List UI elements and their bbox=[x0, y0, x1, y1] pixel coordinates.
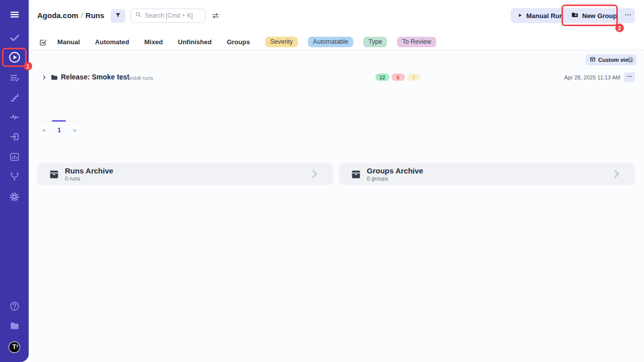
archive-box-icon bbox=[49, 169, 59, 179]
activity-icon bbox=[9, 112, 20, 123]
table-icon bbox=[590, 56, 596, 63]
sidebar-item-projects[interactable] bbox=[0, 319, 29, 333]
group-folder-icon bbox=[50, 73, 58, 81]
runs-archive-card[interactable]: Runs Archive 0 runs bbox=[37, 163, 333, 185]
sidebar-item-settings[interactable] bbox=[0, 190, 29, 204]
chevron-right-icon bbox=[611, 168, 622, 179]
run-group-row[interactable]: Release: Smoke test 17 tests 4 runs 12 5… bbox=[29, 70, 644, 84]
adjustments-icon[interactable] bbox=[211, 12, 220, 22]
main-content: Agoda.com/Runs Manual Run N bbox=[29, 0, 644, 362]
runs-archive-count: 0 runs bbox=[65, 175, 80, 182]
sidebar-item-help[interactable] bbox=[0, 299, 29, 313]
run-group-runs-count: 4 runs bbox=[138, 75, 153, 81]
expand-chevron-icon[interactable] bbox=[41, 74, 47, 80]
ellipsis-icon bbox=[626, 73, 632, 81]
run-group-name[interactable]: Release: Smoke test bbox=[61, 73, 129, 81]
new-group-label: New Group bbox=[582, 12, 617, 20]
tab-mixed[interactable]: Mixed bbox=[144, 38, 163, 46]
breadcrumb-separator: / bbox=[78, 11, 86, 20]
search-box[interactable] bbox=[130, 9, 206, 23]
active-page-indicator bbox=[52, 120, 66, 122]
tab-automated[interactable]: Automated bbox=[95, 38, 129, 46]
tab-groups[interactable]: Groups bbox=[227, 38, 250, 46]
breadcrumb-project[interactable]: Agoda.com bbox=[37, 11, 78, 20]
help-icon bbox=[9, 301, 20, 312]
header-more-button[interactable] bbox=[621, 8, 635, 23]
pagination-next[interactable]: » bbox=[73, 127, 76, 134]
new-group-button[interactable]: New Group bbox=[565, 8, 623, 23]
chevron-right-icon bbox=[309, 168, 320, 179]
ellipsis-icon bbox=[624, 11, 632, 20]
play-icon bbox=[517, 12, 523, 20]
filter-button[interactable] bbox=[111, 9, 125, 23]
select-all-icon[interactable] bbox=[39, 38, 48, 47]
pagination-page-1[interactable]: 1 bbox=[57, 126, 61, 134]
play-circle-icon bbox=[8, 51, 21, 64]
failed-count-badge: 5 bbox=[391, 73, 405, 81]
pill-to-review[interactable]: To Review bbox=[397, 37, 436, 47]
steps-icon bbox=[9, 92, 20, 103]
sidebar-item-reports[interactable] bbox=[0, 150, 29, 164]
filter-pills: Severity Automatable Type To Review bbox=[265, 37, 436, 47]
sidebar-item-test-cases[interactable] bbox=[0, 31, 29, 45]
groups-archive-title: Groups Archive bbox=[367, 166, 423, 175]
breadcrumb: Agoda.com/Runs bbox=[37, 11, 104, 20]
groups-archive-count: 0 groups bbox=[367, 175, 388, 182]
pill-automatable[interactable]: Automatable bbox=[308, 37, 353, 47]
pill-type[interactable]: Type bbox=[363, 37, 387, 47]
sidebar-item-defects[interactable] bbox=[0, 110, 29, 124]
fork-icon bbox=[9, 171, 20, 182]
pill-severity[interactable]: Severity bbox=[265, 37, 298, 47]
folder-plus-icon bbox=[571, 11, 579, 20]
sidebar-avatar-button[interactable]: T bbox=[0, 340, 29, 354]
breadcrumb-page: Runs bbox=[86, 11, 105, 20]
top-bar: Agoda.com/Runs Manual Run N bbox=[29, 0, 644, 50]
manual-run-label: Manual Run bbox=[526, 12, 564, 20]
search-icon bbox=[135, 11, 142, 20]
sidebar-item-milestones[interactable] bbox=[0, 90, 29, 105]
search-input[interactable] bbox=[145, 12, 201, 19]
run-group-timestamp: Apr 28, 2025 11:13 AM bbox=[564, 74, 620, 80]
skipped-count-badge: 0 bbox=[407, 73, 421, 81]
filter-row: Manual Automated Mixed Unfinished Groups… bbox=[39, 35, 436, 49]
passed-count-badge: 12 bbox=[375, 73, 389, 81]
sidebar-item-test-plans[interactable] bbox=[0, 71, 29, 85]
avatar: T bbox=[9, 341, 20, 353]
archive-box-icon bbox=[351, 169, 361, 179]
funnel-icon bbox=[114, 12, 122, 21]
pagination-prev[interactable]: « bbox=[42, 127, 46, 134]
folder-icon bbox=[9, 320, 20, 331]
runs-archive-title: Runs Archive bbox=[65, 166, 113, 175]
check-icon bbox=[9, 32, 20, 43]
import-icon bbox=[9, 131, 20, 142]
run-group-tests-count: 17 tests bbox=[120, 75, 139, 81]
bar-chart-icon bbox=[9, 151, 20, 162]
run-result-badges: 12 5 0 bbox=[375, 73, 421, 81]
groups-archive-card[interactable]: Groups Archive 0 groups bbox=[339, 163, 635, 185]
sidebar-item-requirements[interactable] bbox=[0, 130, 29, 144]
gear-icon bbox=[9, 191, 20, 203]
sidebar-menu-button[interactable] bbox=[0, 8, 29, 22]
sidebar: T bbox=[0, 0, 29, 362]
tab-manual[interactable]: Manual bbox=[57, 38, 80, 46]
run-group-more-button[interactable] bbox=[624, 72, 635, 82]
sidebar-item-traceability[interactable] bbox=[0, 169, 29, 184]
menu-icon bbox=[9, 9, 20, 20]
view-gear-icon[interactable] bbox=[626, 56, 634, 64]
sidebar-item-runs[interactable] bbox=[0, 50, 29, 64]
manual-run-button[interactable]: Manual Run bbox=[511, 8, 570, 23]
list-check-icon bbox=[9, 72, 20, 83]
tab-unfinished[interactable]: Unfinished bbox=[178, 38, 212, 46]
filter-tabs: Manual Automated Mixed Unfinished Groups bbox=[57, 38, 250, 46]
